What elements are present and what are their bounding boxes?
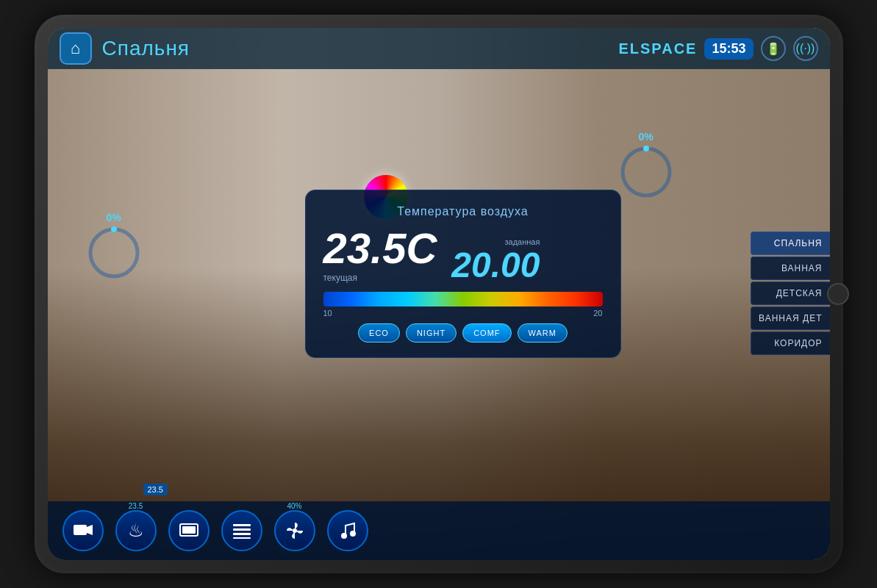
room-tabs: СПАЛЬНЯ ВАННАЯ ДЕТСКАЯ ВАННАЯ ДЕТ КОРИДО… [751,232,829,356]
room-tab-koridor[interactable]: КОРИДОР [751,331,829,355]
blinds-button[interactable] [221,510,262,551]
top-right-area: ELSPACE 15:53 🔋 ((·)) [618,36,817,61]
heating-label: 23.5 [129,502,143,510]
mode-night-button[interactable]: NIGHT [406,323,457,343]
bottom-toolbar: ♨ 23.5 [48,501,830,560]
room-tab-detskaya[interactable]: ДЕТСКАЯ [751,282,829,305]
temp-bar [323,292,603,306]
svg-marker-7 [87,525,93,535]
svg-rect-10 [233,524,251,526]
target-temp-value: 20.00 [451,248,540,283]
heating-icon: ♨ [128,520,144,541]
vent-label: 40% [287,502,301,510]
svg-rect-6 [74,525,87,535]
svg-rect-11 [233,528,251,531]
svg-point-14 [293,528,297,533]
dial-right-value: 0% [638,131,653,143]
tablet-device: ⌂ Спальня ELSPACE 15:53 🔋 ((·)) 0% 0% [35,15,843,573]
current-temp-label: текущая [323,273,437,283]
svg-rect-9 [182,526,196,534]
brand-label: ELSPACE [618,40,697,57]
svg-point-0 [90,229,137,276]
target-temp-block: заданная 20.00 [451,237,540,283]
blinds-icon [233,523,251,539]
temp-bar-labels: 10 20 [323,309,603,318]
temp-bar-max: 20 [593,309,602,318]
temp-bar-container: 10 20 [323,292,603,318]
temp-bar-min: 10 [323,309,332,318]
current-temp-block: 23.5С текущая [323,227,437,283]
dial-left-circle [85,223,143,282]
home-icon: ⌂ [71,39,80,58]
cinema-icon [74,523,93,538]
svg-point-3 [623,148,670,196]
battery-icon: 🔋 [761,36,786,61]
tablet-screen: ⌂ Спальня ELSPACE 15:53 🔋 ((·)) 0% 0% [48,28,830,560]
room-title: Спальня [102,37,190,60]
dial-left-value: 0% [106,212,121,223]
mode-warm-button[interactable]: WARM [518,323,568,343]
temp-values-row: 23.5С текущая заданная 20.00 [323,227,603,283]
vent-icon [285,521,304,540]
wifi-icon: ((·)) [793,36,818,61]
svg-point-2 [111,226,117,232]
screen-button[interactable] [168,510,210,551]
tablet-side-button[interactable] [827,283,849,305]
temp-panel-title: Температура воздуха [323,205,603,218]
mode-eco-button[interactable]: ECO [358,323,400,343]
music-button[interactable] [327,510,368,551]
mode-buttons: ECO NIGHT COMF WARM [323,323,603,343]
current-temp-value: 23.5С [323,227,437,270]
heating-button[interactable]: ♨ 23.5 [115,510,157,551]
top-bar: ⌂ Спальня ELSPACE 15:53 🔋 ((·)) [48,28,830,69]
mode-comf-button[interactable]: COMF [462,323,511,343]
screen-icon [179,523,198,538]
dial-right-circle [617,143,676,201]
dial-left[interactable]: 0% [85,212,143,282]
home-button[interactable]: ⌂ [60,32,92,65]
dial-top-right[interactable]: 0% [617,131,676,201]
room-tab-vanna[interactable]: ВАННАЯ [751,257,829,280]
room-tab-spalna[interactable]: СПАЛЬНЯ [751,232,829,255]
cinema-button[interactable] [62,510,104,551]
svg-point-16 [350,531,356,537]
svg-point-5 [643,146,649,151]
svg-point-15 [341,533,347,539]
svg-rect-13 [233,537,251,539]
ventilation-button[interactable]: 40% [274,510,315,551]
temperature-panel: Температура воздуха 23.5С текущая заданн… [305,190,621,358]
time-display: 15:53 [704,38,753,60]
heating-badge: 23.5 [143,484,168,495]
music-icon [340,521,356,540]
svg-rect-12 [233,533,251,535]
room-tab-vanna-det[interactable]: ВАННАЯ ДЕТ [751,306,829,330]
